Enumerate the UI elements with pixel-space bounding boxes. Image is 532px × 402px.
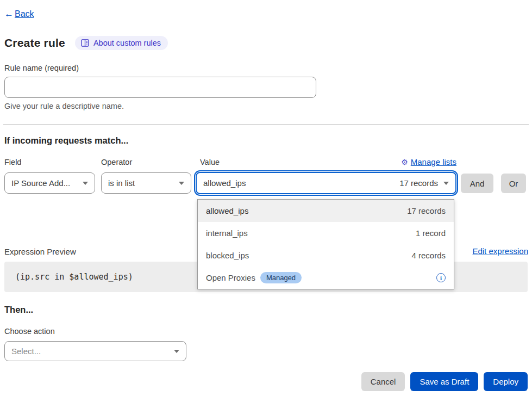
field-select-value: IP Source Add...: [11, 178, 70, 188]
cancel-button[interactable]: Cancel: [361, 372, 405, 391]
value-select-value: allowed_ips: [203, 178, 246, 188]
list-name: blocked_ips: [206, 251, 249, 260]
rule-name-label: Rule name (required): [4, 64, 79, 72]
or-button[interactable]: Or: [501, 174, 526, 193]
operator-select[interactable]: is in list: [101, 172, 191, 194]
field-label: Field: [4, 158, 21, 166]
create-rule-page: ← Back Create rule About custom rules Ru…: [0, 0, 532, 402]
action-select-placeholder: Select...: [11, 347, 41, 356]
match-section-heading: If incoming requests match...: [4, 135, 128, 146]
operator-label: Operator: [101, 158, 132, 166]
managed-badge: Managed: [260, 272, 302, 283]
field-select[interactable]: IP Source Add...: [4, 172, 95, 194]
list-dropdown: allowed_ips 17 records internal_ips 1 re…: [197, 199, 454, 289]
action-select[interactable]: Select...: [4, 341, 186, 361]
about-custom-rules-link[interactable]: About custom rules: [75, 36, 168, 50]
back-link[interactable]: ← Back: [4, 9, 34, 20]
dropdown-option-open-proxies[interactable]: Open Proxies Managed i: [198, 267, 454, 289]
about-custom-rules-label: About custom rules: [93, 39, 161, 47]
book-icon: [81, 39, 89, 47]
list-name: Open Proxies: [206, 273, 255, 282]
back-link-label: Back: [15, 9, 34, 19]
dropdown-option-allowed-ips[interactable]: allowed_ips 17 records: [198, 200, 454, 222]
value-select-record-count: 17 records: [399, 178, 438, 188]
choose-action-label: Choose action: [4, 327, 55, 336]
footer-actions: Cancel Save as Draft Deploy: [361, 372, 528, 391]
chevron-down-icon: [83, 182, 88, 185]
back-arrow-icon: ←: [4, 9, 14, 20]
page-title: Create rule: [4, 36, 65, 50]
rule-name-input[interactable]: [4, 77, 316, 98]
dropdown-option-blocked-ips[interactable]: blocked_ips 4 records: [198, 244, 454, 267]
chevron-down-icon: [179, 182, 184, 185]
title-row: Create rule About custom rules: [4, 36, 168, 50]
section-divider: [3, 124, 529, 125]
dropdown-option-internal-ips[interactable]: internal_ips 1 record: [198, 222, 454, 244]
chevron-down-icon: [443, 182, 449, 185]
edit-expression-link[interactable]: Edit expression: [472, 246, 528, 256]
and-button[interactable]: And: [461, 174, 493, 193]
list-record-count: 4 records: [411, 251, 446, 260]
manage-lists-link[interactable]: ⚙ Manage lists: [196, 157, 456, 166]
manage-lists-label: Manage lists: [411, 157, 456, 166]
chevron-down-icon: [174, 350, 179, 353]
info-icon[interactable]: i: [436, 273, 446, 282]
list-name: allowed_ips: [206, 206, 248, 215]
list-record-count: 17 records: [407, 206, 446, 215]
deploy-button[interactable]: Deploy: [484, 372, 528, 391]
value-select[interactable]: allowed_ips 17 records: [196, 172, 456, 194]
save-as-draft-button[interactable]: Save as Draft: [410, 372, 478, 391]
gear-icon: ⚙: [401, 158, 408, 166]
list-record-count: 1 record: [416, 228, 446, 238]
list-name: internal_ips: [206, 228, 248, 238]
rule-name-helper-text: Give your rule a descriptive name.: [4, 102, 124, 110]
operator-select-value: is in list: [108, 178, 135, 188]
then-section-heading: Then...: [4, 305, 33, 315]
expression-preview-label: Expression Preview: [4, 247, 76, 256]
